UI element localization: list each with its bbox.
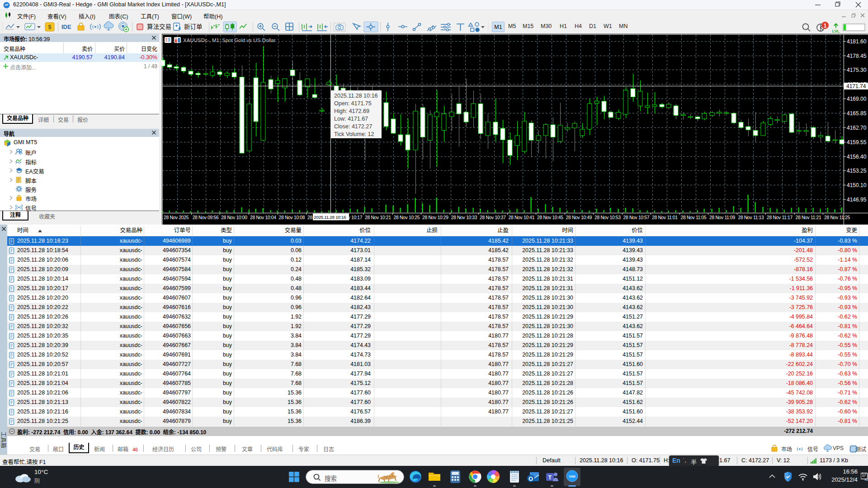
svg-text:28 Nov 10:00: 28 Nov 10:00 — [221, 215, 247, 220]
svg-text:4181.60: 4181.60 — [847, 38, 867, 45]
svg-text:28 Nov 10:37: 28 Nov 10:37 — [480, 215, 506, 220]
svg-text:4146.95: 4146.95 — [847, 197, 867, 203]
svg-text:4162.70: 4162.70 — [847, 125, 867, 131]
svg-text:4169.00: 4169.00 — [847, 96, 867, 102]
svg-text:4153.25: 4153.25 — [847, 168, 867, 174]
svg-text:4156.40: 4156.40 — [847, 154, 867, 160]
svg-text:28 Nov 10:53: 28 Nov 10:53 — [594, 215, 621, 220]
svg-text:XAUUSDc-, M1: Spot Gold vs US: XAUUSDc-, M1: Spot Gold vs US Dollar — [183, 38, 276, 43]
svg-text:4165.85: 4165.85 — [847, 110, 867, 117]
svg-text:新订单: 新订单 — [184, 23, 203, 30]
svg-text:$: $ — [48, 23, 52, 30]
svg-text:T: T — [548, 474, 552, 481]
svg-text:28 Nov 11:21: 28 Nov 11:21 — [796, 215, 821, 220]
svg-text:28 Nov 10:41: 28 Nov 10:41 — [509, 215, 535, 220]
svg-text:28 Nov 10:21: 28 Nov 10:21 — [365, 215, 391, 220]
svg-text:28 Nov 10:49: 28 Nov 10:49 — [566, 215, 592, 220]
svg-text:28 Nov 10:33: 28 Nov 10:33 — [451, 215, 477, 220]
svg-text:28 Nov 10:25: 28 Nov 10:25 — [394, 215, 420, 220]
svg-text:4178.45: 4178.45 — [847, 53, 867, 59]
svg-text:4171.74: 4171.74 — [846, 83, 866, 89]
svg-text:28 Nov 10:57: 28 Nov 10:57 — [623, 215, 650, 220]
svg-text:4159.55: 4159.55 — [847, 139, 867, 145]
svg-text:28 Nov 11:25: 28 Nov 11:25 — [824, 215, 850, 220]
svg-text:28 Nov 11:17: 28 Nov 11:17 — [767, 215, 793, 220]
svg-text:28 Nov 11:13: 28 Nov 11:13 — [738, 215, 764, 220]
svg-text:28 Nov 09:56: 28 Nov 09:56 — [193, 215, 219, 220]
svg-text:2025.11.28 10:16: 2025.11.28 10:16 — [314, 215, 346, 220]
svg-text:4150.10: 4150.10 — [847, 182, 867, 188]
svg-text:28 Nov 2025: 28 Nov 2025 — [164, 215, 189, 220]
svg-text:28 Nov 11:01: 28 Nov 11:01 — [652, 215, 678, 220]
svg-text:28 Nov 11:09: 28 Nov 11:09 — [709, 215, 735, 220]
svg-text:28 Nov 10:29: 28 Nov 10:29 — [422, 215, 448, 220]
svg-text:4175.30: 4175.30 — [847, 67, 867, 73]
svg-text:GMI: GMI — [569, 474, 575, 479]
svg-text:45: 45 — [864, 478, 868, 481]
svg-text:28 Nov 10:45: 28 Nov 10:45 — [537, 215, 563, 220]
svg-text:28 Nov 10:04: 28 Nov 10:04 — [250, 215, 276, 220]
svg-text:28 Nov 10:08: 28 Nov 10:08 — [279, 215, 305, 220]
svg-text:IDE: IDE — [61, 23, 71, 30]
svg-text:算法交易: 算法交易 — [147, 23, 171, 30]
svg-text:O: O — [528, 475, 533, 482]
svg-text:1: 1 — [824, 23, 827, 29]
svg-text:28 Nov 11:05: 28 Nov 11:05 — [681, 215, 707, 220]
svg-text:LVL: LVL — [832, 29, 840, 33]
